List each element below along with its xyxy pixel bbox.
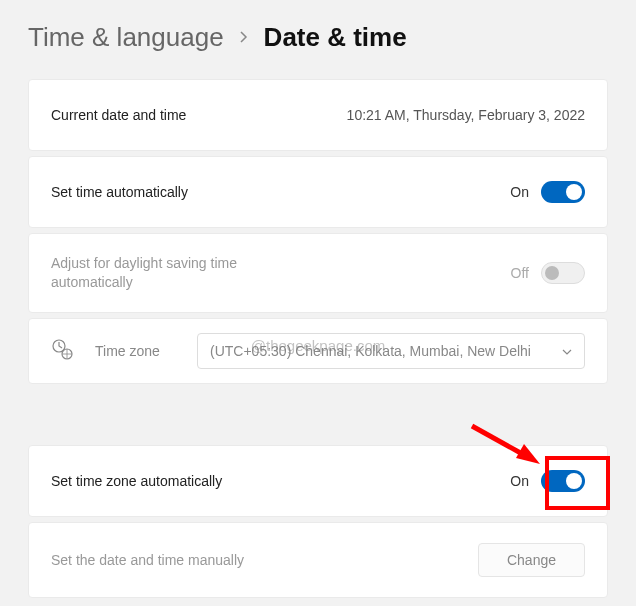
set-tz-auto-row: Set time zone automatically On <box>28 445 608 517</box>
set-manually-label: Set the date and time manually <box>51 552 244 568</box>
set-tz-auto-label: Set time zone automatically <box>51 473 222 489</box>
timezone-row: Time zone (UTC+05:30) Chennai, Kolkata, … <box>28 318 608 384</box>
timezone-label: Time zone <box>95 343 175 359</box>
adjust-dst-label: Adjust for daylight saving time automati… <box>51 254 311 292</box>
set-time-auto-row: Set time automatically On <box>28 156 608 228</box>
set-time-auto-state: On <box>510 184 529 200</box>
breadcrumb-parent-link[interactable]: Time & language <box>28 22 224 53</box>
adjust-dst-toggle <box>541 262 585 284</box>
set-tz-auto-state: On <box>510 473 529 489</box>
set-time-auto-label: Set time automatically <box>51 184 188 200</box>
set-manually-row: Set the date and time manually Change <box>28 522 608 598</box>
chevron-right-icon <box>238 27 250 48</box>
adjust-dst-state: Off <box>511 265 529 281</box>
current-datetime-label: Current date and time <box>51 107 186 123</box>
set-tz-auto-toggle[interactable] <box>541 470 585 492</box>
current-datetime-row: Current date and time 10:21 AM, Thursday… <box>28 79 608 151</box>
set-time-auto-toggle[interactable] <box>541 181 585 203</box>
timezone-select-value: (UTC+05:30) Chennai, Kolkata, Mumbai, Ne… <box>210 343 531 359</box>
change-button: Change <box>478 543 585 577</box>
chevron-down-icon <box>562 344 572 358</box>
breadcrumb: Time & language Date & time <box>0 0 636 79</box>
adjust-dst-row: Adjust for daylight saving time automati… <box>28 233 608 313</box>
current-datetime-value: 10:21 AM, Thursday, February 3, 2022 <box>347 107 585 123</box>
page-title: Date & time <box>264 22 407 53</box>
globe-clock-icon <box>51 338 73 364</box>
timezone-select: (UTC+05:30) Chennai, Kolkata, Mumbai, Ne… <box>197 333 585 369</box>
